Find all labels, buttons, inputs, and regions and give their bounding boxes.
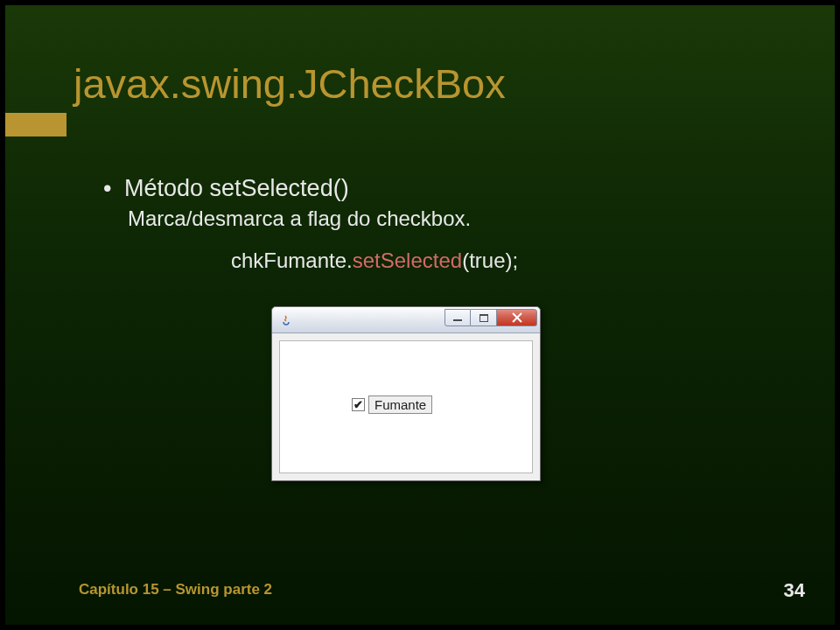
bullet-text: Método setSelected() <box>124 175 349 201</box>
code-example: chkFumante.setSelected(true); <box>231 248 518 273</box>
code-object: chkFumante <box>231 248 346 272</box>
slide: javax.swing.JCheckBox •Método setSelecte… <box>5 5 835 625</box>
swing-window: ✔ Fumante <box>271 306 541 481</box>
maximize-button[interactable] <box>471 309 497 326</box>
close-icon <box>512 312 522 323</box>
fumante-label: Fumante <box>368 396 432 414</box>
fumante-checkbox[interactable]: ✔ <box>352 398 365 411</box>
java-icon <box>279 313 293 327</box>
bullet-icon: • <box>103 175 124 202</box>
code-args: (true); <box>462 248 518 272</box>
window-buttons <box>444 309 537 326</box>
maximize-icon <box>480 314 488 322</box>
slide-title: javax.swing.JCheckBox <box>74 60 506 108</box>
code-method: setSelected <box>353 248 462 272</box>
accent-block <box>5 113 66 136</box>
bullet-block: •Método setSelected() <box>103 175 349 202</box>
footer-page-number: 34 <box>784 579 805 602</box>
bullet-subtext: Marca/desmarca a flag do checkbox. <box>128 206 471 231</box>
window-titlebar[interactable] <box>272 307 540 333</box>
code-dot: . <box>346 248 353 272</box>
bullet-line: •Método setSelected() <box>103 175 349 202</box>
close-button[interactable] <box>497 309 537 326</box>
minimize-icon <box>453 319 462 321</box>
footer-chapter: Capítulo 15 – Swing parte 2 <box>79 581 272 598</box>
window-client-area: ✔ Fumante <box>279 340 533 473</box>
minimize-button[interactable] <box>444 309 471 326</box>
checkbox-row: ✔ Fumante <box>352 396 432 414</box>
